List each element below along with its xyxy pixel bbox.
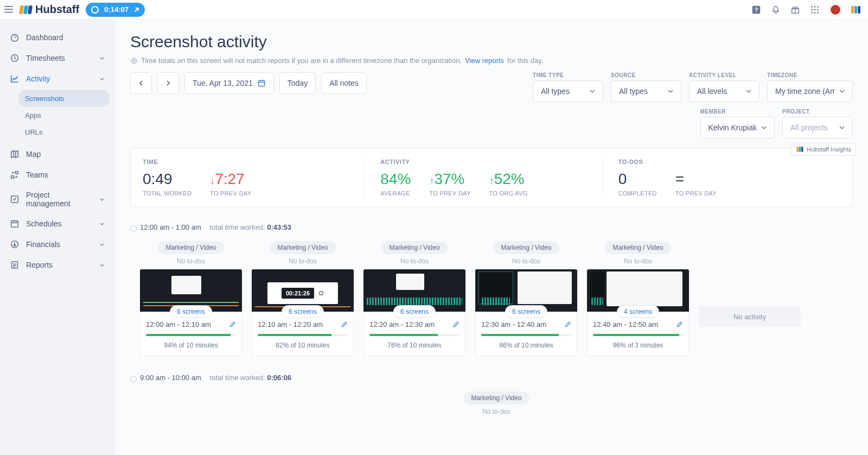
screenshot-card[interactable]: Marketing / VideoNo to-dos 6 screens 12:… <box>475 241 577 356</box>
sidebar-item-project-management[interactable]: Project management <box>5 185 110 213</box>
next-day-button[interactable] <box>157 72 179 94</box>
filter-label-time-type: TIME TYPE <box>533 72 603 78</box>
calendar-icon <box>10 219 20 229</box>
sidebar: DashboardTimesheetsActivityScreenshotsAp… <box>0 20 115 455</box>
project-pill[interactable]: Marketing / Video <box>270 241 335 254</box>
time-range-label: 12:00 am - 1:00 am <box>140 223 201 231</box>
no-todos-label: No to-dos <box>400 257 429 265</box>
main-content: Screenshot activity Time totals on this … <box>115 20 868 455</box>
screens-pill[interactable]: 6 screens <box>282 305 324 318</box>
chevron-down-icon <box>590 89 595 94</box>
stat-todos-completed: 0 <box>618 170 657 188</box>
no-todos-label: No to-dos <box>177 257 205 265</box>
chevron-down-icon <box>99 55 105 61</box>
hubstaff-icon[interactable] <box>851 6 860 14</box>
gauge-icon <box>10 33 20 42</box>
all-notes-button[interactable]: All notes <box>321 72 367 94</box>
timezone-select[interactable]: My time zone (Ame <box>767 80 853 102</box>
date-picker[interactable]: Tue, Apr 13, 2021 <box>184 72 274 94</box>
sidebar-item-label: Schedules <box>26 219 61 228</box>
screenshot-body: 4 screens 12:40 am - 12:50 am 96% of 3 m… <box>587 312 689 356</box>
activity-level-select[interactable]: All levels <box>689 80 760 102</box>
hamburger-icon[interactable] <box>4 6 15 12</box>
filter-label-activity-level: ACTIVITY LEVEL <box>689 72 760 78</box>
timer-pill[interactable]: 0:14:07 <box>86 3 145 17</box>
sidebar-item-financials[interactable]: Financials <box>5 234 110 255</box>
view-reports-link[interactable]: View reports <box>465 56 504 65</box>
time-type-select[interactable]: All types <box>533 80 603 102</box>
sidebar-item-schedules[interactable]: Schedules <box>5 213 110 234</box>
sidebar-item-reports[interactable]: Reports <box>5 255 110 275</box>
help-icon[interactable]: ? <box>751 5 761 15</box>
user-avatar[interactable] <box>829 4 841 16</box>
card-time-range: 12:40 am - 12:50 am <box>593 320 658 328</box>
svg-point-5 <box>817 6 819 8</box>
stat-time-prev: ↓7:27 <box>210 170 251 188</box>
sidebar-item-label: Map <box>26 150 41 159</box>
stats-card: TIME 0:49TOTAL WORKED ↓7:27TO PREV DAY A… <box>130 148 853 207</box>
stat-head-todos: TO-DOS <box>618 159 840 165</box>
stat-head-activity: ACTIVITY <box>380 159 602 165</box>
sidebar-sub-urls[interactable]: URLs <box>18 124 110 141</box>
screens-pill[interactable]: 6 screens <box>393 305 436 318</box>
activity-progress <box>258 334 348 336</box>
sidebar-sub-apps[interactable]: Apps <box>18 107 110 124</box>
sidebar-item-timesheets[interactable]: Timesheets <box>5 48 110 68</box>
sidebar-item-teams[interactable]: Teams <box>5 165 110 185</box>
screenshot-card[interactable]: Marketing / VideoNo to-dos <box>445 391 547 420</box>
sidebar-item-map[interactable]: Map <box>5 144 110 165</box>
screenshot-card[interactable]: Marketing / VideoNo to-dos 6 screens 12:… <box>140 241 242 356</box>
svg-rect-15 <box>11 221 18 228</box>
project-pill[interactable]: Marketing / Video <box>605 241 671 254</box>
edit-icon[interactable] <box>564 321 571 328</box>
screens-pill[interactable]: 4 screens <box>617 305 659 318</box>
globe-icon <box>130 57 138 65</box>
edit-icon[interactable] <box>340 321 348 328</box>
chevron-down-icon <box>746 89 751 94</box>
chevron-down-icon <box>99 75 105 82</box>
screens-pill[interactable]: 6 screens <box>170 305 212 318</box>
screenshot-body: 6 screens 12:30 am - 12:40 am 86% of 10 … <box>475 312 577 356</box>
gift-icon[interactable] <box>790 5 800 15</box>
member-select[interactable]: Kelvin Krupiak <box>700 117 775 138</box>
svg-rect-17 <box>12 262 18 269</box>
screenshot-card[interactable]: Marketing / VideoNo to-dos 4 screens 12:… <box>587 241 689 356</box>
project-pill[interactable]: Marketing / Video <box>381 241 447 254</box>
svg-text:?: ? <box>755 6 758 12</box>
project-select[interactable]: All projects <box>782 117 853 138</box>
page-title: Screenshot activity <box>130 33 853 51</box>
prev-day-button[interactable] <box>130 72 152 94</box>
edit-icon[interactable] <box>675 321 683 328</box>
chevron-down-icon <box>99 196 105 203</box>
chevron-down-icon <box>668 89 673 94</box>
time-block-header: 12:00 am - 1:00 amtotal time worked: 0:4… <box>130 223 853 231</box>
insights-badge[interactable]: Hubstaff Insights <box>790 143 856 156</box>
filter-label-timezone: TIMEZONE <box>767 72 853 78</box>
svg-point-9 <box>811 11 813 13</box>
sidebar-item-dashboard[interactable]: Dashboard <box>5 27 110 48</box>
project-pill[interactable]: Marketing / Video <box>463 391 529 405</box>
filter-label-project: PROJECT <box>782 109 853 115</box>
sidebar-item-activity[interactable]: Activity <box>5 68 110 89</box>
sidebar-sub-screenshots[interactable]: Screenshots <box>18 90 110 107</box>
source-select[interactable]: All types <box>611 80 681 102</box>
stat-head-time: TIME <box>143 159 365 165</box>
stat-activity-prev: ↑37% <box>429 170 470 188</box>
activity-progress <box>146 334 236 336</box>
no-todos-label: No to-dos <box>624 257 652 265</box>
project-pill[interactable]: Marketing / Video <box>158 241 224 254</box>
edit-icon[interactable] <box>228 321 236 328</box>
sidebar-item-label: Reports <box>26 261 53 269</box>
today-button[interactable]: Today <box>279 72 316 94</box>
screenshot-card[interactable]: Marketing / VideoNo to-dos00:21:26 6 scr… <box>252 241 354 356</box>
screenshot-card[interactable]: Marketing / VideoNo to-dos 6 screens 12:… <box>363 241 465 356</box>
chevron-down-icon <box>99 220 105 227</box>
edit-icon[interactable] <box>452 321 459 328</box>
filter-label-member: MEMBER <box>700 109 775 115</box>
card-time-range: 12:10 am - 12:20 am <box>258 320 323 328</box>
project-pill[interactable]: Marketing / Video <box>493 241 559 254</box>
bell-icon[interactable] <box>771 5 781 15</box>
screens-pill[interactable]: 6 screens <box>505 305 547 318</box>
apps-grid-icon[interactable] <box>810 5 820 15</box>
brand-logo[interactable]: Hubstaff <box>20 3 79 16</box>
